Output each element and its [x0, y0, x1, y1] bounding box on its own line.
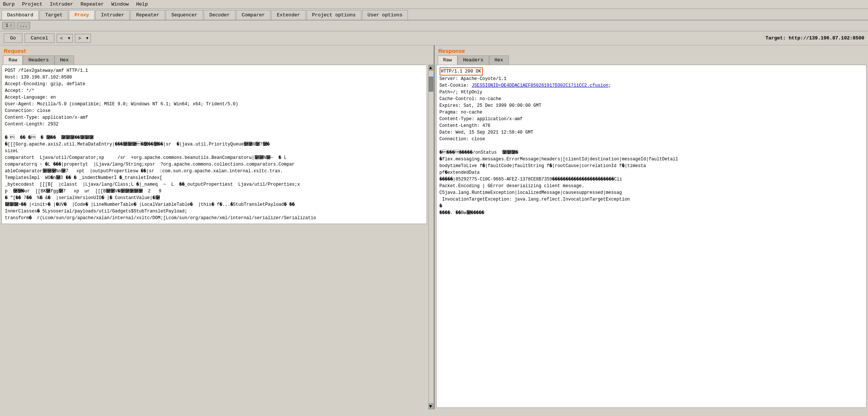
request-content: POST /flex2gateway/amf HTTP/1.1 Host: 13… — [1, 65, 427, 224]
request-scrollbar[interactable]: ▲ ▼ — [428, 65, 434, 409]
response-tab-raw[interactable]: Raw — [438, 55, 457, 65]
subtab-1-label: 1 — [6, 23, 8, 28]
jsessionid-link[interactable]: JSESSIONID=DE4DDAC1AEF850261917D302C1711… — [472, 83, 608, 88]
subtab-1-close[interactable]: × — [10, 24, 12, 28]
request-tab-bar: Raw Headers Hex — [0, 55, 434, 65]
cancel-button[interactable]: Cancel — [25, 33, 55, 43]
toolbar: Go Cancel < ▼ > ▼ Target: http://139.196… — [0, 31, 868, 45]
go-button[interactable]: Go — [4, 33, 22, 43]
tab-sequencer[interactable]: Sequencer — [166, 10, 203, 20]
request-panel: Request Raw Headers Hex POST /flex2gatew… — [0, 45, 435, 409]
nav-forward-icon: > — [78, 36, 81, 41]
target-info: Target: http://139.196.87.102:8500 — [766, 35, 864, 41]
tab-comparer[interactable]: Comparer — [236, 10, 270, 20]
tab-intruder[interactable]: Intruder — [95, 10, 130, 20]
request-tab-headers[interactable]: Headers — [23, 55, 54, 65]
main-content: Request Raw Headers Hex POST /flex2gatew… — [0, 45, 868, 409]
request-title: Request — [0, 45, 434, 55]
menu-help[interactable]: Help — [134, 1, 149, 8]
tab-user-options[interactable]: User options — [362, 10, 408, 20]
nav-back-icon: < — [60, 36, 63, 41]
scrollbar-up-arrow[interactable]: ▲ — [429, 65, 433, 71]
tab-target[interactable]: Target — [39, 10, 68, 20]
menu-burp[interactable]: Burp — [1, 1, 16, 8]
response-panel: Response Raw Headers Hex HTTP/1.1 200 OK… — [435, 45, 868, 409]
subtab-bar: 1 × ... — [0, 20, 868, 31]
response-title: Response — [435, 45, 868, 55]
scrollbar-thumb[interactable] — [429, 77, 433, 92]
tab-proxy[interactable]: Proxy — [69, 10, 95, 20]
subtab-ellipsis[interactable]: ... — [17, 22, 30, 29]
response-content: HTTP/1.1 200 OK Server: Apache-Coyote/1.… — [436, 65, 867, 408]
nav-forward-group: > ▼ — [75, 34, 91, 43]
tab-extender[interactable]: Extender — [271, 10, 305, 20]
tab-dashboard[interactable]: Dashboard — [1, 10, 39, 20]
nav-back-group: < ▼ — [57, 34, 73, 43]
menu-window[interactable]: Window — [110, 1, 130, 8]
tab-decoder[interactable]: Decoder — [204, 10, 235, 20]
response-tab-bar: Raw Headers Hex — [435, 55, 868, 65]
request-tab-raw[interactable]: Raw — [3, 55, 23, 65]
response-status-line: HTTP/1.1 200 OK — [440, 67, 483, 76]
menu-intruder[interactable]: Intruder — [48, 1, 75, 8]
main-tab-bar: Dashboard Target Proxy Intruder Repeater… — [0, 9, 868, 20]
request-content-wrapper: POST /flex2gateway/amf HTTP/1.1 Host: 13… — [0, 65, 434, 409]
nav-forward-button[interactable]: > — [75, 34, 84, 43]
menu-repeater[interactable]: Repeater — [79, 1, 105, 8]
menu-project[interactable]: Project — [20, 1, 44, 8]
scrollbar-down-arrow[interactable]: ▼ — [429, 403, 433, 409]
subtab-1[interactable]: 1 × — [2, 22, 15, 29]
nav-back-button[interactable]: < — [57, 34, 66, 43]
tab-project-options[interactable]: Project options — [307, 10, 361, 20]
tab-repeater[interactable]: Repeater — [130, 10, 165, 20]
response-tab-hex[interactable]: Hex — [489, 55, 509, 65]
nav-back-dropdown[interactable]: ▼ — [66, 34, 73, 43]
nav-forward-dropdown[interactable]: ▼ — [84, 34, 91, 43]
request-content-scroll[interactable]: POST /flex2gateway/amf HTTP/1.1 Host: 13… — [0, 65, 428, 409]
menubar: Burp Project Intruder Repeater Window He… — [0, 0, 868, 9]
response-tab-headers[interactable]: Headers — [457, 55, 489, 65]
request-tab-hex[interactable]: Hex — [54, 55, 74, 65]
